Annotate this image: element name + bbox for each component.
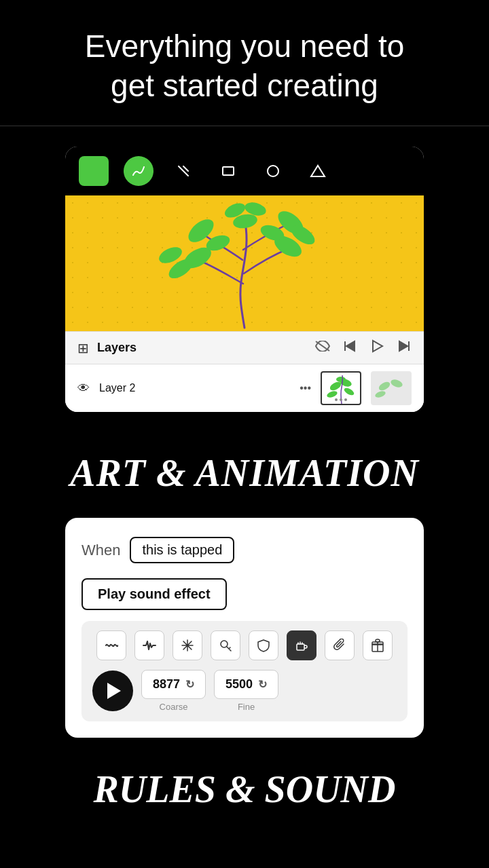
anchor-tool-button[interactable] (168, 156, 198, 186)
layers-stack-icon: ⊞ (77, 340, 89, 356)
svg-marker-17 (346, 341, 355, 351)
svg-point-27 (390, 378, 403, 389)
skip-end-icon[interactable] (397, 339, 412, 357)
svg-marker-18 (373, 341, 382, 352)
key-icon-button[interactable] (211, 630, 240, 660)
triangle-tool-button[interactable] (303, 156, 333, 186)
svg-point-28 (374, 390, 386, 399)
drawing-app-card: ⊞ Layers (65, 147, 424, 412)
wave-icon-button[interactable] (96, 630, 126, 660)
pen-tool-button[interactable] (124, 156, 153, 186)
sound-icons-row (92, 630, 397, 660)
trigger-badge[interactable]: this is tapped (130, 537, 234, 563)
hide-layers-icon[interactable] (315, 341, 330, 355)
coffee-icon-button[interactable] (287, 630, 316, 660)
play-icon[interactable] (369, 339, 384, 357)
circle-tool-button[interactable] (258, 156, 288, 186)
fine-value-button[interactable]: 5500 ↻ (214, 670, 278, 699)
header-title: Everything you need to get started creat… (41, 27, 448, 105)
rules-card: When this is tapped Play sound effect (65, 518, 424, 738)
drawing-toolbar (65, 147, 424, 195)
coarse-label: Coarse (160, 702, 188, 712)
play-triangle-icon (107, 683, 121, 699)
layer-options-icon[interactable]: ••• (300, 382, 311, 394)
coarse-refresh-icon: ↻ (185, 678, 194, 691)
svg-point-26 (378, 380, 392, 392)
fine-refresh-icon: ↻ (258, 678, 267, 691)
coarse-control-group: 8877 ↻ Coarse (141, 670, 206, 712)
layers-bar: ⊞ Layers (65, 331, 424, 364)
header-divider (0, 126, 489, 126)
rect-tool-button[interactable] (213, 156, 243, 186)
sound-play-button[interactable] (92, 671, 133, 711)
svg-marker-2 (311, 166, 325, 176)
sparkle-icon-button[interactable] (173, 630, 202, 660)
layer-thumb-dots (335, 398, 347, 401)
art-animation-title: Art & Animation (0, 432, 489, 511)
layer-name-label: Layer 2 (99, 382, 290, 394)
layer-visibility-icon[interactable]: 👁 (77, 381, 90, 396)
layer-thumbnail-1 (321, 371, 361, 405)
fine-label: Fine (238, 702, 255, 712)
svg-marker-20 (399, 341, 408, 351)
layer-thumbnail-2 (371, 371, 412, 405)
coarse-value-button[interactable]: 8877 ↻ (141, 670, 206, 699)
when-label: When (82, 542, 120, 559)
canvas-area[interactable] (65, 195, 424, 331)
skip-start-icon[interactable] (342, 339, 357, 357)
gift-icon-button[interactable] (363, 630, 393, 660)
svg-point-24 (343, 387, 355, 397)
svg-point-25 (336, 377, 346, 382)
header-section: Everything you need to get started creat… (0, 0, 489, 126)
svg-rect-30 (297, 644, 304, 650)
layers-label: Layers (97, 341, 307, 355)
layers-controls (315, 339, 412, 357)
play-sound-effect-button[interactable]: Play sound effect (82, 578, 227, 610)
color-swatch[interactable] (79, 156, 109, 186)
svg-point-23 (326, 390, 338, 399)
rules-sound-title: Rules & Sound (0, 751, 489, 831)
fine-control-group: 5500 ↻ Fine (214, 670, 278, 712)
fine-value: 5500 (225, 677, 253, 692)
coarse-value: 8877 (153, 677, 180, 692)
when-row: When this is tapped (82, 537, 408, 563)
sound-controls-row: 8877 ↻ Coarse 5500 ↻ Fine (92, 670, 397, 712)
pulse-icon-button[interactable] (134, 630, 164, 660)
svg-rect-0 (223, 167, 234, 175)
layer-row: 👁 Layer 2 ••• (65, 364, 424, 412)
svg-point-1 (268, 166, 278, 176)
shield-icon-button[interactable] (249, 630, 278, 660)
paperclip-icon-button[interactable] (325, 630, 355, 660)
sound-player: 8877 ↻ Coarse 5500 ↻ Fine (82, 621, 408, 721)
